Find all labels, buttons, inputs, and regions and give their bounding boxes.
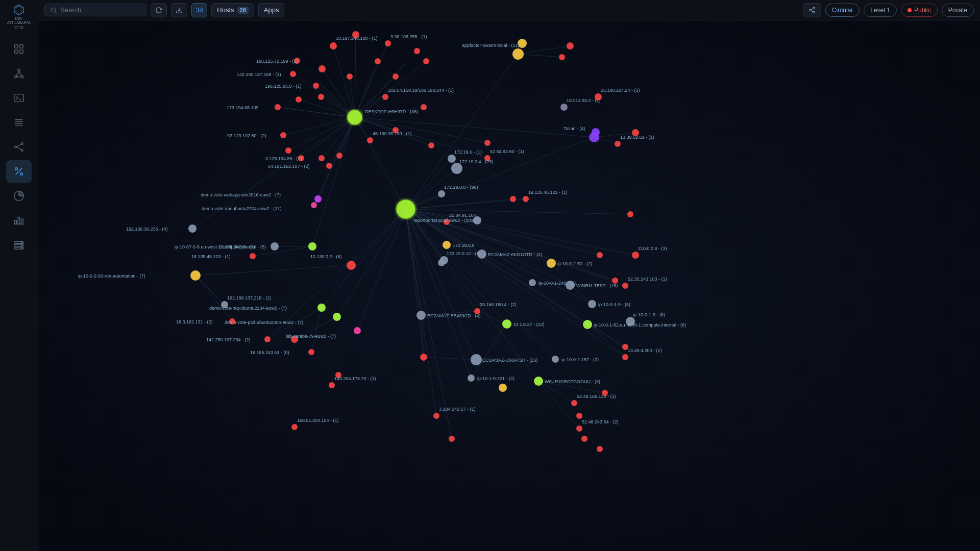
graph-area[interactable]: DESKTOP-H9H97D - (36)reportportal-prod-e… (38, 20, 980, 551)
svg-point-45 (51, 8, 55, 12)
svg-point-167 (296, 96, 302, 103)
svg-point-44 (21, 248, 22, 249)
logo-text: DEV ATTILABAPPA CT.ID (6, 17, 32, 30)
svg-point-177 (336, 153, 342, 159)
svg-point-238 (547, 259, 556, 268)
svg-point-229 (308, 242, 316, 251)
svg-rect-53 (38, 20, 980, 551)
svg-point-209 (433, 413, 439, 419)
svg-rect-35 (15, 220, 17, 224)
sidebar-item-logs[interactable] (6, 111, 32, 134)
svg-point-190 (615, 141, 621, 147)
pie-icon (13, 190, 24, 202)
svg-point-240 (588, 300, 596, 308)
topbar: 3d Hosts 28 Apps Circular Level 1 Public… (38, 0, 980, 20)
3d-button[interactable]: 3d (191, 3, 207, 17)
svg-point-170 (423, 58, 429, 64)
svg-point-155 (330, 42, 337, 49)
svg-point-248 (468, 374, 475, 382)
svg-point-160 (318, 65, 326, 72)
svg-point-203 (291, 336, 298, 343)
svg-point-198 (438, 259, 445, 266)
svg-point-185 (567, 42, 574, 49)
sidebar-item-chart[interactable] (6, 209, 32, 232)
svg-point-224 (597, 446, 603, 452)
hosts-button[interactable]: Hosts 28 (211, 3, 254, 17)
svg-line-27 (16, 144, 21, 147)
svg-point-166 (275, 104, 281, 110)
svg-point-221 (576, 413, 582, 419)
svg-point-232 (416, 311, 426, 320)
search-box[interactable] (44, 4, 146, 16)
download-icon (176, 7, 183, 14)
public-dot (908, 8, 912, 12)
svg-point-49 (810, 9, 812, 11)
svg-line-46 (55, 11, 57, 13)
svg-point-202 (264, 336, 271, 342)
svg-rect-37 (21, 219, 23, 224)
sidebar-item-flow[interactable] (6, 136, 32, 158)
svg-point-252 (443, 241, 451, 249)
sidebar-item-pie[interactable] (6, 185, 32, 207)
svg-point-220 (571, 400, 577, 406)
svg-point-183 (510, 196, 516, 202)
download-button[interactable] (171, 3, 187, 17)
circular-button[interactable]: Circular (825, 4, 860, 17)
svg-point-225 (622, 283, 628, 289)
svg-point-163 (347, 73, 353, 80)
svg-point-193 (448, 155, 456, 163)
svg-point-243 (502, 319, 511, 329)
logo[interactable]: DEV ATTILABAPPA CT.ID (6, 4, 32, 30)
sidebar-item-terminal[interactable] (6, 87, 32, 109)
svg-point-184 (523, 196, 529, 202)
svg-point-180 (428, 142, 434, 148)
svg-point-48 (813, 7, 815, 9)
level1-button[interactable]: Level 1 (864, 4, 897, 17)
svg-point-173 (285, 147, 291, 154)
sidebar-item-percent[interactable] (6, 160, 32, 183)
svg-point-176 (326, 163, 332, 169)
svg-point-188 (518, 39, 527, 48)
apps-button[interactable]: Apps (258, 3, 285, 17)
svg-point-157 (385, 40, 391, 46)
svg-point-164 (375, 58, 381, 64)
svg-point-205 (291, 424, 298, 430)
svg-marker-1 (16, 7, 21, 14)
svg-line-29 (16, 168, 22, 175)
svg-point-237 (512, 48, 524, 60)
svg-point-186 (595, 93, 602, 101)
private-button[interactable]: Private (942, 4, 974, 17)
svg-rect-8 (15, 45, 18, 48)
svg-point-207 (329, 382, 335, 388)
svg-point-24 (15, 146, 17, 148)
svg-point-174 (298, 155, 304, 161)
share-button[interactable] (803, 3, 821, 17)
svg-point-187 (560, 104, 568, 111)
svg-point-189 (559, 54, 565, 60)
search-input[interactable] (60, 6, 132, 14)
sidebar-item-topology[interactable] (6, 62, 32, 85)
svg-point-204 (335, 372, 341, 378)
svg-line-52 (811, 8, 813, 9)
list-icon (13, 117, 24, 128)
sidebar-item-dashboard[interactable] (6, 38, 32, 60)
svg-point-168 (318, 94, 324, 100)
logo-icon (9, 4, 29, 16)
svg-point-195 (438, 190, 445, 197)
svg-point-162 (313, 83, 319, 89)
node-icon (13, 68, 24, 79)
sidebar-item-storage[interactable] (6, 234, 32, 256)
network-graph[interactable]: DESKTOP-H9H97D - (36)reportportal-prod-e… (38, 20, 980, 551)
public-button[interactable]: Public (901, 4, 938, 17)
svg-line-51 (811, 10, 813, 11)
svg-line-16 (19, 71, 21, 76)
svg-point-14 (21, 76, 23, 78)
svg-point-191 (632, 129, 639, 136)
svg-point-165 (393, 73, 399, 80)
svg-point-43 (21, 245, 22, 246)
svg-point-233 (471, 354, 482, 365)
svg-point-214 (612, 278, 618, 284)
hosts-badge: 28 (237, 7, 249, 14)
refresh-icon (155, 7, 162, 14)
refresh-button[interactable] (151, 3, 167, 17)
